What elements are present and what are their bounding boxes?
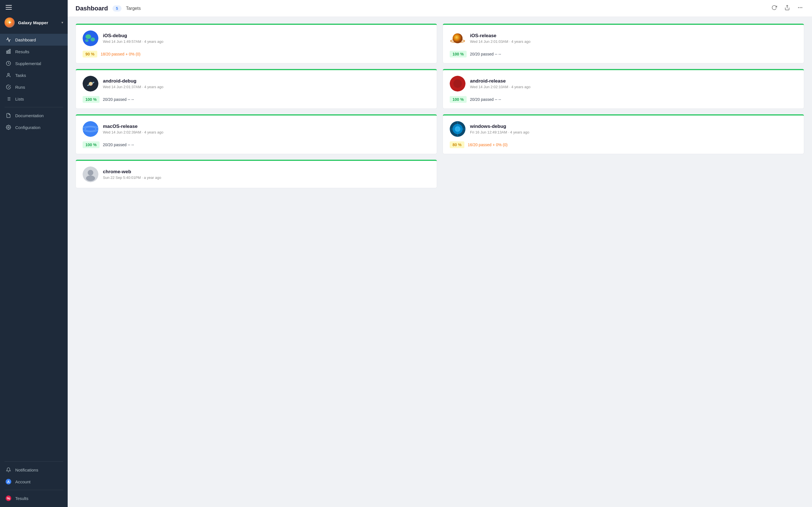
sidebar-item-dashboard-label: Dashboard [15, 38, 36, 42]
passed-info: 20/20 passed -- -- [103, 97, 134, 102]
sidebar-item-account[interactable]: A Account [0, 476, 68, 488]
sidebar-item-tesults[interactable]: % Tesults [0, 492, 68, 504]
chart-line-icon [6, 37, 11, 43]
card-date: Fri 16 Jun 12:49:13AM · 4 years ago [470, 130, 797, 134]
share-button[interactable] [783, 4, 791, 13]
card-header: macOS-release Wed 14 Jun 2:02:39AM · 4 y… [83, 121, 430, 137]
header: Dashboard 5 Targets [68, 0, 812, 17]
card-macos-release[interactable]: macOS-release Wed 14 Jun 2:02:39AM · 4 y… [75, 114, 437, 154]
card-android-release[interactable]: android-release Wed 14 Jun 2:02:10AM · 4… [443, 69, 804, 109]
card-name: android-debug [103, 78, 430, 84]
card-stats-android-release: 100 % 20/20 passed -- -- [450, 96, 797, 103]
card-info: android-debug Wed 14 Jun 2:01:37AM · 4 y… [103, 78, 430, 89]
passed-info: 18/20 passed + 0% (0) [101, 52, 140, 56]
sidebar-item-tasks[interactable]: Tasks [0, 69, 68, 81]
header-actions [770, 4, 804, 13]
planet-avatar [450, 121, 465, 137]
card-date: Wed 14 Jun 2:01:37AM · 4 years ago [103, 85, 430, 89]
card-stats-ios-debug: 90 % 18/20 passed + 0% (0) [83, 51, 430, 57]
card-stats-windows-debug: 80 % 16/20 passed + 0% (0) [450, 142, 797, 148]
percentage-badge: 100 % [450, 96, 467, 103]
workspace-avatar: ✦ [4, 17, 15, 27]
clock-icon [6, 61, 11, 66]
planet-avatar [83, 166, 98, 182]
sidebar-item-configuration-label: Configuration [15, 125, 40, 130]
sidebar-item-documentation-label: Documentation [15, 113, 44, 118]
bar-chart-icon [6, 49, 11, 54]
card-windows-debug[interactable]: windows-debug Fri 16 Jun 12:49:13AM · 4 … [443, 114, 804, 154]
sidebar-item-notifications[interactable]: Notifications [0, 464, 68, 476]
svg-text:🪐: 🪐 [87, 80, 95, 88]
sidebar-item-documentation[interactable]: Documentation [0, 110, 68, 121]
card-android-debug[interactable]: 🪐 android-debug Wed 14 Jun 2:01:37AM · 4… [75, 69, 437, 109]
page-title: Dashboard [75, 5, 108, 12]
card-date: Wed 14 Jun 2:01:03AM · 4 years ago [470, 40, 797, 44]
passed-info: 16/20 passed + 0% (0) [468, 143, 507, 147]
svg-point-21 [453, 33, 462, 43]
sidebar-footer: Notifications A Account % Tesults [0, 457, 68, 507]
sidebar: ✦ Galaxy Mapper ▾ Dashboard Results Supp… [0, 0, 68, 507]
card-info: iOS-release Wed 14 Jun 2:01:03AM · 4 yea… [470, 33, 797, 44]
hamburger-icon [6, 5, 12, 10]
person-icon [6, 72, 11, 78]
sidebar-item-dashboard[interactable]: Dashboard [0, 34, 68, 46]
card-ios-release[interactable]: iOS-release Wed 14 Jun 2:01:03AM · 4 yea… [443, 24, 804, 63]
doc-icon [6, 113, 11, 118]
percentage-badge: 80 % [450, 142, 464, 148]
card-info: android-release Wed 14 Jun 2:02:10AM · 4… [470, 78, 797, 89]
planet-avatar [450, 76, 465, 92]
main-content: Dashboard 5 Targets iOS-debug Wed 14 Jun… [68, 0, 812, 507]
percentage-badge: 100 % [450, 51, 467, 57]
svg-point-36 [88, 170, 93, 175]
card-name: android-release [470, 78, 797, 84]
sidebar-item-results[interactable]: Results [0, 46, 68, 57]
svg-point-18 [91, 38, 95, 41]
sidebar-item-runs[interactable]: Runs [0, 81, 68, 93]
planet-avatar [83, 31, 98, 46]
list-icon [6, 96, 11, 102]
card-name: windows-debug [470, 124, 797, 129]
card-date: Wed 14 Jun 2:02:10AM · 4 years ago [470, 85, 797, 89]
hamburger-button[interactable] [0, 0, 68, 15]
svg-rect-1 [8, 50, 9, 54]
sidebar-item-lists-label: Lists [15, 97, 24, 101]
card-name: iOS-release [470, 33, 797, 39]
sidebar-item-configuration[interactable]: Configuration [0, 121, 68, 133]
bell-icon [6, 467, 11, 473]
svg-point-37 [86, 175, 95, 181]
workspace-selector[interactable]: ✦ Galaxy Mapper ▾ [0, 15, 68, 32]
sidebar-item-tasks-label: Tasks [15, 73, 26, 78]
svg-point-11 [8, 127, 9, 128]
card-info: iOS-debug Wed 14 Jun 1:49:57AM · 4 years… [103, 33, 430, 44]
planet-avatar [450, 31, 465, 46]
percent-icon: % [6, 496, 11, 501]
svg-point-14 [800, 7, 801, 8]
refresh-button[interactable] [770, 4, 778, 13]
chevron-down-icon: ▾ [61, 20, 63, 24]
svg-point-15 [802, 7, 802, 8]
svg-point-16 [83, 31, 98, 46]
more-button[interactable] [796, 4, 804, 13]
card-stats-macos-release: 100 % 20/20 passed -- -- [83, 142, 430, 148]
card-name: chrome-web [103, 169, 430, 175]
card-ios-debug[interactable]: iOS-debug Wed 14 Jun 1:49:57AM · 4 years… [75, 24, 437, 63]
sidebar-item-tesults-label: Tesults [15, 496, 29, 501]
sidebar-item-lists[interactable]: Lists [0, 93, 68, 105]
sidebar-item-supplemental[interactable]: Supplemental [0, 57, 68, 69]
card-header: 🪐 android-debug Wed 14 Jun 2:01:37AM · 4… [83, 76, 430, 92]
card-name: macOS-release [103, 124, 430, 129]
targets-count-badge: 5 [112, 5, 121, 11]
gear-icon [6, 124, 11, 130]
targets-label: Targets [126, 6, 141, 11]
passed-info: 20/20 passed -- -- [470, 97, 501, 102]
sidebar-item-results-label: Results [15, 49, 29, 54]
card-header: android-release Wed 14 Jun 2:02:10AM · 4… [450, 76, 797, 92]
card-header: iOS-debug Wed 14 Jun 1:49:57AM · 4 years… [83, 31, 430, 46]
passed-info: 20/20 passed -- -- [103, 143, 134, 147]
card-date: Wed 14 Jun 2:02:39AM · 4 years ago [103, 130, 430, 134]
card-chrome-web[interactable]: chrome-web Sun 22 Sep 5:40:01PM · a year… [75, 160, 437, 188]
workspace-name: Galaxy Mapper [18, 20, 58, 25]
card-info: chrome-web Sun 22 Sep 5:40:01PM · a year… [103, 169, 430, 180]
svg-point-25 [453, 79, 462, 88]
nav-divider-2 [4, 461, 63, 462]
